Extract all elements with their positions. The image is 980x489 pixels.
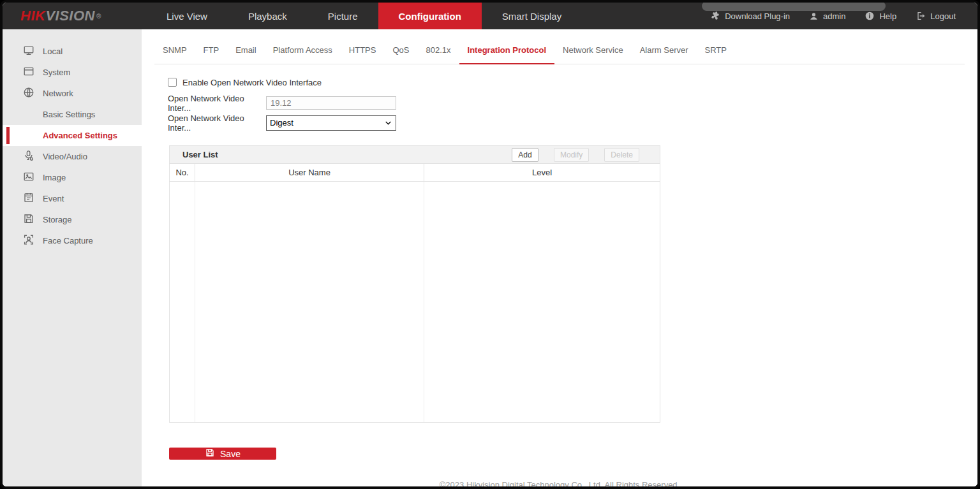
logout-label: Logout [930,11,956,21]
logo-text-red: HIK [20,8,45,24]
sidebar-item-basic-settings[interactable]: Basic Settings [3,104,142,125]
save-icon [205,448,215,460]
onvif-version-row: Open Network Video Inter... [168,96,977,110]
logout-link[interactable]: Logout [916,11,956,21]
sidebar-label: Video/Audio [43,152,87,161]
enable-onvif-row: Enable Open Network Video Interface [168,76,977,89]
settings-tab-bar: SNMP FTP Email Platform Access HTTPS QoS… [154,38,965,64]
tab-network-service[interactable]: Network Service [554,38,632,64]
puzzle-icon [710,11,720,21]
sidebar-item-event[interactable]: Event [3,188,142,209]
main-nav: Live View Playback Picture Configuration… [146,3,582,29]
user-table-body-empty [170,182,660,422]
top-navigation-bar: HIKVISION® Live View Playback Picture Co… [3,3,977,29]
sidebar-label: Local [43,47,63,56]
sidebar: Local System Network Basic Settings Adva… [3,29,142,486]
logo-text-gray: VISION [45,8,95,24]
hikvision-logo[interactable]: HIKVISION® [3,3,146,29]
sidebar-label: System [43,68,70,77]
tab-integration-protocol[interactable]: Integration Protocol [459,38,555,64]
globe-icon [23,87,34,100]
sidebar-item-image[interactable]: Image [3,167,142,188]
event-icon [23,192,34,205]
column-header-user-name: User Name [195,164,424,181]
content-area: SNMP FTP Email Platform Access HTTPS QoS… [142,29,977,486]
onvif-version-input[interactable] [266,96,396,110]
monitor-icon [23,45,34,58]
help-label: Help [879,11,896,21]
tab-snmp[interactable]: SNMP [154,38,195,64]
sidebar-label: Storage [43,215,72,224]
help-link[interactable]: Help [865,11,896,21]
sidebar-item-video-audio[interactable]: Video/Audio [3,146,142,167]
tab-srtp[interactable]: SRTP [697,38,735,64]
nav-playback[interactable]: Playback [228,3,308,29]
sidebar-item-system[interactable]: System [3,62,142,83]
nav-configuration[interactable]: Configuration [378,3,482,29]
sidebar-label: Network [43,89,73,98]
tab-alarm-server[interactable]: Alarm Server [632,38,697,64]
sidebar-label: Event [43,194,64,203]
save-label: Save [220,449,241,459]
column-header-level: Level [424,164,660,181]
app-window: HIKVISION® Live View Playback Picture Co… [0,0,980,489]
info-icon [865,11,875,21]
sidebar-label: Image [43,173,66,182]
user-list-title: User List [182,150,218,159]
tab-https[interactable]: HTTPS [341,38,385,64]
download-plugin-link[interactable]: Download Plug-in [710,11,790,21]
tab-email[interactable]: Email [227,38,265,64]
onvif-auth-select[interactable]: Digest [266,115,396,131]
tab-platform-access[interactable]: Platform Access [265,38,341,64]
copyright-footer: ©2023 Hikvision Digital Technology Co., … [142,480,977,486]
onvif-auth-row: Open Network Video Inter... Digest [168,115,977,130]
enable-onvif-checkbox[interactable] [168,78,177,87]
column-header-no: No. [170,164,195,181]
sidebar-label: Face Capture [43,236,93,245]
onvif-version-label: Open Network Video Inter... [168,94,266,113]
nav-live-view[interactable]: Live View [146,3,228,29]
image-icon [23,171,34,184]
sidebar-item-advanced-settings[interactable]: Advanced Settings [3,125,142,146]
add-user-button[interactable]: Add [512,148,538,162]
tab-8021x[interactable]: 802.1x [417,38,459,64]
mic-icon [23,150,34,163]
integration-protocol-form: Enable Open Network Video Interface Open… [168,76,977,135]
storage-icon [23,213,34,226]
username-label: admin [823,11,845,21]
system-icon [23,66,34,79]
enable-onvif-label: Enable Open Network Video Interface [182,78,322,87]
face-capture-icon [23,234,34,247]
user-menu[interactable]: admin [809,11,845,21]
tab-ftp[interactable]: FTP [195,38,228,64]
user-list-header: User List Add Modify Delete [170,146,660,164]
sidebar-item-face-capture[interactable]: Face Capture [3,230,142,251]
sidebar-item-local[interactable]: Local [3,41,142,62]
registered-mark: ® [96,13,101,20]
sidebar-label: Basic Settings [43,110,95,119]
nav-smart-display[interactable]: Smart Display [482,3,582,29]
user-table-header: No. User Name Level [170,164,660,182]
sidebar-item-storage[interactable]: Storage [3,209,142,230]
sidebar-label: Advanced Settings [43,131,117,140]
tab-qos[interactable]: QoS [384,38,417,64]
user-icon [809,11,819,21]
user-list-panel: User List Add Modify Delete No. User Nam… [169,145,660,423]
nav-picture[interactable]: Picture [308,3,378,29]
browser-overlay-remnant [702,1,886,11]
sidebar-item-network[interactable]: Network [3,83,142,104]
delete-user-button[interactable]: Delete [604,148,639,162]
logout-icon [916,11,926,21]
save-button[interactable]: Save [169,448,276,460]
download-plugin-label: Download Plug-in [725,11,790,21]
onvif-auth-label: Open Network Video Inter... [168,113,266,133]
modify-user-button[interactable]: Modify [554,148,589,162]
